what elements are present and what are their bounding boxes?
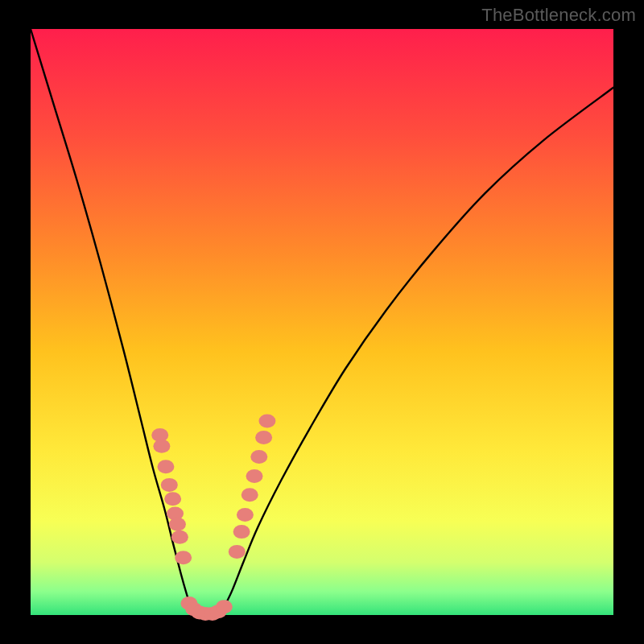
cluster-dot — [216, 600, 233, 613]
chart-stage: TheBottleneck.com — [0, 0, 644, 644]
cluster-dot — [175, 551, 192, 564]
cluster-dot — [169, 518, 186, 531]
cluster-dot — [161, 478, 178, 492]
cluster-dot — [153, 440, 170, 453]
cluster-dot — [255, 431, 272, 444]
cluster-dot — [171, 530, 188, 544]
cluster-dot — [242, 488, 258, 502]
cluster-dot — [233, 525, 250, 539]
cluster-dot — [246, 469, 263, 483]
cluster-dot — [250, 450, 267, 464]
cluster-dot — [237, 508, 254, 522]
bottleneck-chart — [0, 0, 644, 644]
cluster-dot — [157, 460, 174, 473]
cluster-dot — [229, 545, 246, 559]
plot-background — [31, 29, 613, 615]
attribution-text: TheBottleneck.com — [481, 5, 636, 26]
cluster-dot — [164, 492, 181, 506]
cluster-dot — [258, 415, 275, 428]
